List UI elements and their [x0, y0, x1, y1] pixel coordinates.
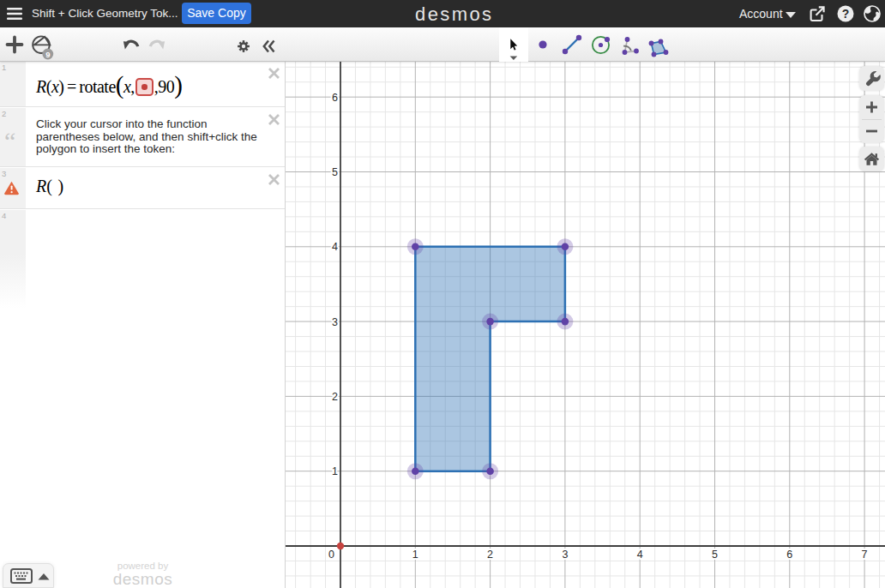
svg-text:1: 1 — [332, 465, 338, 477]
svg-text:?: ? — [842, 7, 850, 21]
svg-text:1: 1 — [412, 549, 418, 561]
svg-text:2: 2 — [332, 391, 338, 403]
svg-text:9: 9 — [45, 50, 50, 59]
svg-text:3: 3 — [562, 549, 568, 561]
svg-text:0: 0 — [328, 549, 334, 561]
svg-text:6: 6 — [332, 92, 338, 104]
svg-text:5: 5 — [332, 166, 338, 178]
svg-text:3: 3 — [332, 316, 338, 328]
svg-text:5: 5 — [712, 549, 718, 561]
svg-text:7: 7 — [862, 549, 868, 561]
svg-text:6: 6 — [786, 549, 792, 561]
svg-text:4: 4 — [332, 241, 338, 253]
svg-text:4: 4 — [637, 549, 643, 561]
svg-text:2: 2 — [487, 549, 493, 561]
